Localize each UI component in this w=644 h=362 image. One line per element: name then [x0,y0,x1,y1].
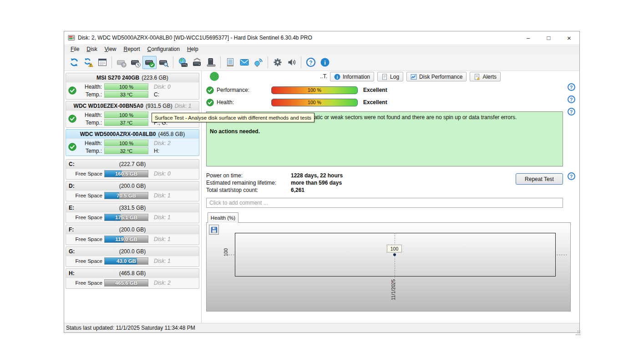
globe-disk-button[interactable] [176,56,190,69]
disk-dock-button[interactable] [204,56,218,69]
disk-remove-button[interactable] [190,56,204,69]
temp-meter: 32 °C [104,147,148,154]
gear-button[interactable] [270,56,284,69]
disk-number: Disk: 1 [148,192,199,199]
menu-view[interactable]: View [101,45,120,53]
tab-row: ..T. iInformationLogDisk PerformanceAler… [206,71,579,83]
partition-item[interactable]: C:(222.7 GB)Free Space160.5 GBDisk: 0 [66,159,199,180]
drive-letters: C: [148,91,199,98]
menu-help[interactable]: Help [183,45,202,53]
maximize-button[interactable]: □ [538,31,559,44]
report-button[interactable] [95,56,109,69]
disk-info-button[interactable]: ? [114,56,128,69]
stat-label: Estimated remaining lifetime: [206,180,291,186]
tab-disk-performance[interactable]: Disk Performance [406,72,467,81]
menu-bar: FileDiskViewReportConfigurationHelp [64,44,579,54]
menu-report[interactable]: Report [120,45,144,53]
svg-text:i: i [337,75,338,79]
disk-number: Disk: 0 [148,171,199,177]
disk-search-button[interactable] [157,56,171,69]
chart-tab-health[interactable]: Health (%) [208,212,238,223]
menu-disk[interactable]: Disk [83,45,101,53]
disk-item[interactable]: WDC WD5000AZRX-00A8LB0(465.8 GB)Health:1… [66,129,199,156]
network-button[interactable] [251,56,265,69]
disk-surface-test-icon [145,57,155,67]
menu-configuration[interactable]: Configuration [144,45,183,53]
notepad-button[interactable] [223,56,237,69]
disk-number: Disk: 1 [148,214,199,221]
notepad-icon [225,57,235,67]
tab-information[interactable]: iInformation [330,72,374,81]
toolbar-separator [301,56,301,68]
help-icon[interactable]: ? [568,83,575,91]
partition-item[interactable]: E:(331.5 GB)Free Space175.1 GBDisk: 1 [66,203,199,223]
free-space-bar: 70.5 GB [104,192,148,199]
information-icon: i [334,74,340,80]
refresh-warning-button[interactable] [81,56,95,69]
surface-test-tooltip: Surface Test - Analyse disk surface with… [152,113,314,122]
tab-smart-partial[interactable]: ..T. [320,73,327,80]
globe-disk-icon [178,57,188,67]
network-icon [254,57,264,67]
performance-label: Performance: [217,87,271,93]
disk-ok-icon [68,86,76,95]
partition-header: D:(200.0 GB) [66,181,199,191]
disk-surface-test-button[interactable] [142,56,157,69]
partition-item[interactable]: H:(465.8 GB)Free Space465.6 GBDisk: 2 [66,268,199,289]
report-icon [97,57,107,67]
info-button[interactable]: i [318,56,332,69]
temp-label: Temp.: [79,91,104,98]
data-point-label: 100 [387,245,402,252]
stat-value: more than 596 days [291,180,342,186]
free-space-label: Free Space [66,193,104,198]
app-logo-icon [68,34,75,41]
disk-number: Disk: 2 [148,140,199,146]
hidden-tab-icon [210,72,219,81]
refresh-icon [69,57,79,67]
health-row: Health: 100 % Excellent [206,97,563,107]
partition-item[interactable]: D:(200.0 GB)Free Space70.5 GBDisk: 1 [66,181,199,201]
svg-text:?: ? [122,63,125,67]
refresh-button[interactable] [67,56,81,69]
stat-label: Total start/stop count: [206,187,291,193]
performance-icon [411,74,417,80]
speaker-button[interactable] [284,56,299,69]
disk-number: Disk: 0 [148,84,199,90]
stat-row: Power on time:1228 days, 22 hours [206,172,516,179]
save-chart-button[interactable] [209,225,219,235]
health-bar: 100 % [271,99,358,106]
menu-file[interactable]: File [67,45,83,53]
performance-bar: 100 % [271,86,358,94]
health-meter: 100 % [104,140,148,146]
tab-log[interactable]: Log [377,72,403,81]
stat-label: Power on time: [206,172,291,179]
partition-item[interactable]: F:(200.0 GB)Free Space119.0 GBDisk: 1 [66,225,199,245]
title-bar: Disk: 2, WDC WD5000AZRX-00A8LB0 [WD-WCC1… [64,31,579,44]
close-button[interactable]: × [559,31,579,44]
disk-name-header: WDC WD10EZEX-00BN5A0(931.5 GB)Disk: 1 [66,101,199,111]
status-bar-text: Status last updated: 11/1/2025 Saturday … [66,325,195,331]
help-icon[interactable]: ? [568,108,575,116]
comment-section [206,198,579,208]
minimize-button[interactable]: – [518,31,538,44]
help-button[interactable]: ? [304,56,318,69]
free-space-bar: 43.0 GB [104,257,148,265]
partition-item[interactable]: G:(200.0 GB)Free Space43.0 GBDisk: 1 [66,246,199,267]
ok-status-icon [206,99,214,106]
mail-button[interactable] [237,56,251,69]
tab-label: Disk Performance [419,74,462,80]
help-icon[interactable]: ? [568,172,575,180]
stat-row: Estimated remaining lifetime:more than 5… [206,179,516,186]
resize-grip[interactable] [578,331,578,332]
svg-text:i: i [324,59,326,66]
comment-input[interactable] [206,198,563,208]
speaker-icon [287,57,297,67]
repeat-test-button[interactable]: Repeat Test [516,173,563,185]
performance-row: Performance: 100 % Excellent [206,85,563,95]
help-icon: ? [306,57,316,67]
help-icon[interactable]: ? [568,96,575,103]
disk-clock-button[interactable] [128,56,142,69]
disk-item[interactable]: MSI S270 240GB(223.6 GB)Health:100 %Disk… [66,73,199,100]
tab-alerts[interactable]: Alerts [470,72,501,81]
toolbar-separator [173,56,173,68]
